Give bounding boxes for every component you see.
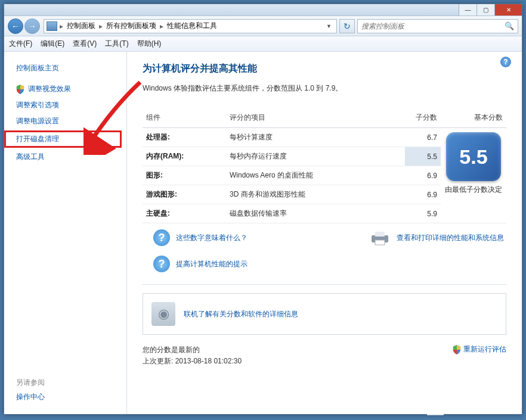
menu-help[interactable]: 帮助(H) [137,39,162,49]
link-view-print[interactable]: 查看和打印详细的性能和系统信息 [397,233,504,243]
cd-icon [151,302,175,326]
menu-file[interactable]: 文件(F) [9,39,32,49]
link-what-mean[interactable]: 这些数字意味着什么？ [176,233,247,243]
sidebar-item-power[interactable]: 调整电源设置 [4,113,126,129]
th-subscore: 子分数 [405,108,441,128]
menu-view[interactable]: 查看(V) [73,39,97,49]
base-score-cell: 5.5 由最低子分数决定 [441,128,506,223]
link-online[interactable]: 联机了解有关分数和软件的详细信息 [184,309,298,319]
online-box: 联机了解有关分数和软件的详细信息 [143,293,506,335]
window-frame: — ▢ ✕ ← → ▸ 控制面板 ▸ 所有控制面板项 ▸ 性能信息和工具 ▼ ↻… [4,4,522,415]
sidebar-item-advanced[interactable]: 高级工具 [4,149,126,165]
forward-button[interactable]: → [24,18,40,34]
status-updated-label: 上次更新: [143,357,173,365]
divider [143,284,506,285]
sidebar-item-label: 打开磁盘清理 [16,134,59,144]
status-row: 您的分数是最新的 上次更新: 2013-08-18 01:02:30 重新运行评… [143,344,506,367]
sidebar-item-label: 调整电源设置 [16,116,59,126]
body-area: 控制面板主页 调整视觉效果 调整索引选项 调整电源设置 打开磁盘清理 高级工具 … [4,52,522,414]
search-input[interactable] [361,22,505,30]
sidebar-main-link[interactable]: 控制面板主页 [4,60,126,76]
navigation-bar: ← → ▸ 控制面板 ▸ 所有控制面板项 ▸ 性能信息和工具 ▼ ↻ 🔍 [4,16,522,36]
row-processor: 处理器: 每秒计算速度 6.7 5.5 由最低子分数决定 [143,128,506,147]
search-icon: 🔍 [505,21,514,30]
printer-icon [369,229,391,246]
shield-icon [453,345,461,354]
rerun-link[interactable]: 重新运行评估 [453,344,506,354]
sidebar-item-visual[interactable]: 调整视觉效果 [4,81,126,97]
link-row-2: ? 提高计算机性能的提示 [143,250,506,276]
score-badge-label: 由最低子分数决定 [444,185,503,195]
computer-icon [47,21,57,31]
shield-icon [16,85,24,94]
link-row-1: ? 这些数字意味着什么？ 查看和打印详细的性能和系统信息 [143,223,506,250]
sidebar-item-index[interactable]: 调整索引选项 [4,97,126,113]
svg-rect-1 [375,232,385,237]
th-component: 组件 [143,108,226,128]
rerun-label: 重新运行评估 [463,344,506,354]
close-button[interactable]: ✕ [494,4,522,15]
crumb-performance[interactable]: 性能信息和工具 [165,21,219,31]
refresh-button[interactable]: ↻ [339,19,355,33]
crumb-sep: ▸ [58,22,64,30]
crumb-dropdown-icon[interactable]: ▼ [324,23,334,29]
question-icon: ? [153,256,170,272]
svg-rect-2 [375,240,385,245]
menu-tools[interactable]: 工具(T) [105,39,128,49]
crumb-control-panel[interactable]: 控制面板 [64,21,98,31]
status-updated-time: 2013-08-18 01:02:30 [175,357,242,365]
back-button[interactable]: ← [8,18,23,34]
question-icon: ? [153,229,170,246]
score-badge: 5.5 [446,132,501,181]
content-area: ? 为计算机评分并提高其性能 Windows 体验指数评估主要系统组件，分数范围… [127,52,522,414]
see-also-action-center[interactable]: 操作中心 [16,392,45,402]
th-rated: 评分的项目 [226,108,405,128]
page-description: Windows 体验指数评估主要系统组件，分数范围从 1.0 到 7.9。 [143,83,506,94]
search-box[interactable]: 🔍 [357,19,518,33]
crumb-all-items[interactable]: 所有控制面板项 [104,21,159,31]
help-icon[interactable]: ? [500,57,511,67]
menu-edit[interactable]: 编辑(E) [41,39,64,49]
sidebar-item-disk-cleanup[interactable]: 打开磁盘清理 [4,130,122,148]
th-base: 基本分数 [441,108,506,128]
minimize-button[interactable]: — [459,4,477,15]
sidebar-item-label: 高级工具 [16,152,45,162]
maximize-button[interactable]: ▢ [477,4,494,15]
page-title: 为计算机评分并提高其性能 [143,63,506,75]
sidebar-item-label: 调整视觉效果 [28,84,71,94]
menubar: 文件(F) 编辑(E) 查看(V) 工具(T) 帮助(H) [4,36,522,52]
titlebar: — ▢ ✕ [4,4,522,16]
link-tips[interactable]: 提高计算机性能的提示 [176,259,247,269]
sidebar-item-label: 调整索引选项 [16,100,59,110]
breadcrumb[interactable]: ▸ 控制面板 ▸ 所有控制面板项 ▸ 性能信息和工具 ▼ [44,19,337,33]
status-latest: 您的分数是最新的 [143,344,242,356]
sidebar: 控制面板主页 调整视觉效果 调整索引选项 调整电源设置 打开磁盘清理 高级工具 … [4,52,127,414]
score-table: 组件 评分的项目 子分数 基本分数 处理器: 每秒计算速度 6.7 5.5 由最… [143,108,506,223]
see-also-label: 另请参阅 [16,378,45,388]
